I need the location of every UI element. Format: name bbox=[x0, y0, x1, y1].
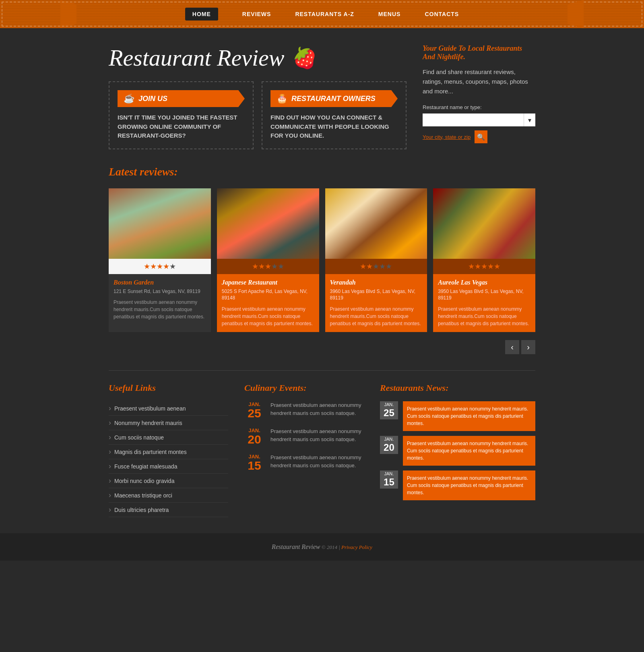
useful-link-2[interactable]: Nonummy hendrerit mauris bbox=[109, 416, 228, 430]
hero-right: Your guide to local restaurants and nigh… bbox=[423, 44, 535, 149]
star-5: ★ bbox=[278, 262, 284, 271]
review-card-2-image bbox=[217, 188, 319, 259]
nav-item-contacts[interactable]: CONTACTS bbox=[425, 11, 459, 17]
star-2: ★ bbox=[475, 262, 481, 271]
owners-box: 🎂 Restaurant Owners Find out how you can… bbox=[262, 81, 407, 149]
news-1-text: Praesent vestibulum aenean nonummy hendr… bbox=[403, 401, 535, 431]
star-1: ★ bbox=[252, 262, 258, 271]
review-card-1[interactable]: ★ ★ ★ ★ ★ Boston Garden 121 E Sunset Rd,… bbox=[109, 188, 211, 332]
review-card-4-image bbox=[433, 188, 535, 259]
join-us-body: Isn't it time you joined the fastest gro… bbox=[118, 113, 245, 140]
review-card-4[interactable]: ★ ★ ★ ★ ★ Aureole Las Vegas 3950 Las Veg… bbox=[433, 188, 535, 332]
search-go-button[interactable]: 🔍 bbox=[475, 130, 487, 143]
reviews-navigation: ‹ › bbox=[109, 340, 535, 354]
star-1: ★ bbox=[360, 262, 366, 271]
strawberry-icon: 🍓 bbox=[291, 46, 316, 70]
guide-body: Find and share restaurant reviews, ratin… bbox=[423, 67, 535, 96]
review-card-1-info: Boston Garden 121 E Sunset Rd, Las Vegas… bbox=[109, 274, 211, 326]
join-us-title: Join us bbox=[138, 95, 167, 103]
useful-link-5[interactable]: Fusce feugiat malesuada bbox=[109, 459, 228, 474]
news-2-month: Jan. bbox=[380, 436, 398, 442]
hero-left: Restaurant Review 🍓 ☕ Join us Isn't it t… bbox=[109, 44, 407, 149]
reviews-prev-button[interactable]: ‹ bbox=[505, 340, 519, 354]
review-card-3[interactable]: ★ ★ ★ ★ ★ Verandah 3960 Las Vegas Blvd S… bbox=[325, 188, 427, 332]
review-card-2-name: Japanese Restaurant bbox=[222, 279, 314, 286]
culinary-events-section: Culinary Events: Jan. 25 Praesent vestib… bbox=[244, 383, 364, 517]
owners-body: Find out how you can connect & communica… bbox=[270, 113, 398, 140]
search-location-row: Your city, state or zip 🔍 bbox=[423, 130, 535, 143]
review-card-3-address: 3960 Las Vegas Blvd S, Las Vegas, NV, 89… bbox=[330, 288, 423, 302]
location-link[interactable]: Your city, state or zip bbox=[423, 134, 471, 140]
useful-link-4[interactable]: Magnis dis parturient montes bbox=[109, 445, 228, 459]
event-item-2: Jan. 20 Praesent vestibulum aenean nonum… bbox=[244, 427, 364, 446]
news-item-3: Jan. 15 Praesent vestibulum aenean nonum… bbox=[380, 470, 535, 500]
useful-link-7[interactable]: Maecenas tristique orci bbox=[109, 488, 228, 503]
nav-item-menus[interactable]: MENUS bbox=[378, 11, 401, 17]
star-5: ★ bbox=[169, 262, 176, 271]
latest-reviews-title: Latest reviews: bbox=[109, 165, 535, 178]
news-2-date: Jan. 20 bbox=[380, 436, 398, 454]
event-2-day: 20 bbox=[244, 433, 264, 446]
culinary-events-title: Culinary Events: bbox=[244, 383, 364, 393]
hero-title-text: Restaurant Review bbox=[109, 44, 285, 71]
star-2: ★ bbox=[258, 262, 265, 271]
review-card-2[interactable]: ★ ★ ★ ★ ★ Japanese Restaurant 5025 S For… bbox=[217, 188, 319, 332]
footer-privacy-link[interactable]: Privacy Policy bbox=[341, 544, 372, 550]
news-1-day: 25 bbox=[380, 408, 398, 419]
join-us-header: ☕ Join us bbox=[118, 90, 245, 107]
review-card-4-address: 3950 Las Vegas Blvd S, Las Vegas, NV, 89… bbox=[438, 288, 530, 302]
news-item-2: Jan. 20 Praesent vestibulum aenean nonum… bbox=[380, 436, 535, 466]
coffee-icon: ☕ bbox=[124, 93, 134, 104]
review-card-1-stars: ★ ★ ★ ★ ★ bbox=[109, 259, 211, 274]
news-3-month: Jan. bbox=[380, 470, 398, 477]
useful-link-3[interactable]: Cum sociis natoque bbox=[109, 430, 228, 445]
cake-icon: 🎂 bbox=[277, 93, 287, 104]
review-card-1-desc: Praesent vestibulum aenean nonummy hendr… bbox=[114, 299, 206, 320]
event-2-date: Jan. 20 bbox=[244, 427, 264, 446]
event-3-day: 15 bbox=[244, 460, 264, 472]
star-3: ★ bbox=[373, 262, 379, 271]
review-card-4-name: Aureole Las Vegas bbox=[438, 279, 530, 286]
bottom-sections: Useful Links Praesent vestibulum aenean … bbox=[109, 370, 535, 533]
useful-links-list: Praesent vestibulum aenean Nonummy hendr… bbox=[109, 401, 228, 517]
star-3: ★ bbox=[265, 262, 271, 271]
reviews-grid: ★ ★ ★ ★ ★ Boston Garden 121 E Sunset Rd,… bbox=[109, 188, 535, 332]
nav-item-home[interactable]: HOME bbox=[185, 8, 218, 21]
news-3-text: Praesent vestibulum aenean nonummy hendr… bbox=[403, 470, 535, 500]
search-input-wrapper: ▾ bbox=[423, 113, 535, 126]
nav-item-reviews[interactable]: REVIEWS bbox=[242, 11, 271, 17]
star-4: ★ bbox=[487, 262, 494, 271]
review-card-4-stars: ★ ★ ★ ★ ★ bbox=[433, 259, 535, 274]
guide-title: Your guide to local restaurants and nigh… bbox=[423, 44, 535, 61]
reviews-next-button[interactable]: › bbox=[521, 340, 535, 354]
review-card-1-image bbox=[109, 188, 211, 259]
restaurants-news-section: Restaurants News: Jan. 25 Praesent vesti… bbox=[380, 383, 535, 517]
news-1-date: Jan. 25 bbox=[380, 401, 398, 419]
useful-link-8[interactable]: Duis ultricies pharetra bbox=[109, 503, 228, 517]
review-card-3-desc: Praesent vestibulum aenean nonummy hendr… bbox=[330, 305, 423, 327]
review-card-1-address: 121 E Sunset Rd, Las Vegas, NV, 89119 bbox=[114, 288, 206, 295]
review-card-2-address: 5025 S Fort Apache Rd, Las Vegas, NV, 89… bbox=[222, 288, 314, 302]
review-card-4-info: Aureole Las Vegas 3950 Las Vegas Blvd S,… bbox=[433, 274, 535, 332]
star-5: ★ bbox=[386, 262, 392, 271]
join-boxes-container: ☕ Join us Isn't it time you joined the f… bbox=[109, 81, 407, 149]
event-1-date: Jan. 25 bbox=[244, 401, 264, 419]
star-4: ★ bbox=[271, 262, 278, 271]
news-2-day: 20 bbox=[380, 442, 398, 454]
nav-item-restaurants[interactable]: RESTAURANTS A-Z bbox=[295, 11, 354, 17]
owners-header: 🎂 Restaurant Owners bbox=[270, 90, 398, 107]
restaurants-news-title: Restaurants News: bbox=[380, 383, 535, 393]
useful-link-1[interactable]: Praesent vestibulum aenean bbox=[109, 401, 228, 416]
search-dropdown-button[interactable]: ▾ bbox=[524, 113, 535, 126]
star-5: ★ bbox=[494, 262, 500, 271]
nav-items-container: HOME REVIEWS RESTAURANTS A-Z MENUS CONTA… bbox=[80, 8, 564, 21]
event-3-text: Praesent vestibulum aenean nonummy hendr… bbox=[270, 454, 364, 469]
review-card-3-info: Verandah 3960 Las Vegas Blvd S, Las Vega… bbox=[325, 274, 427, 332]
restaurant-search-input[interactable] bbox=[423, 113, 524, 126]
event-1-day: 25 bbox=[244, 407, 264, 419]
review-card-2-info: Japanese Restaurant 5025 S Fort Apache R… bbox=[217, 274, 319, 332]
useful-link-6[interactable]: Morbi nunc odio gravida bbox=[109, 474, 228, 488]
review-card-3-stars: ★ ★ ★ ★ ★ bbox=[325, 259, 427, 274]
review-card-2-stars: ★ ★ ★ ★ ★ bbox=[217, 259, 319, 274]
event-1-text: Praesent vestibulum aenean nonummy hendr… bbox=[270, 401, 364, 417]
